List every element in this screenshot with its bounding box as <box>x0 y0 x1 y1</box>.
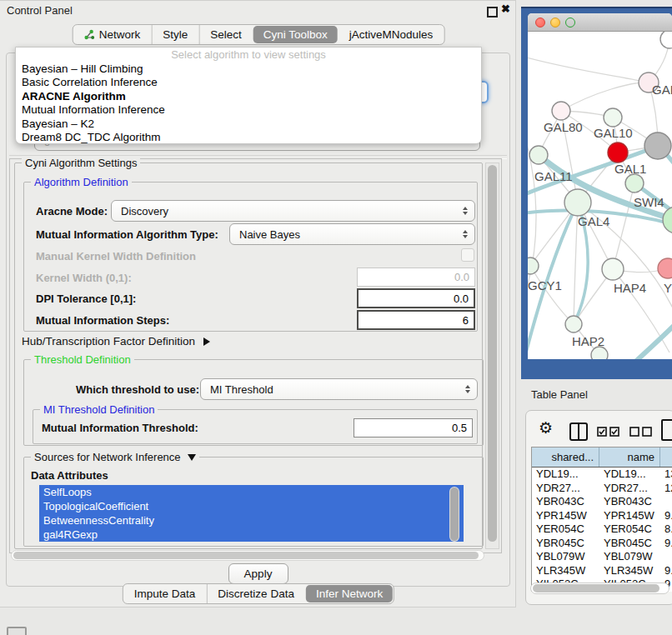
tab-network[interactable]: Network <box>73 25 152 44</box>
table-row[interactable]: YBR045CYBR045C9. <box>532 537 672 551</box>
table-header-row: shared... name <box>532 448 672 468</box>
column-header-clipped[interactable] <box>660 448 672 467</box>
dpi-tolerance-label: DPI Tolerance [0,1]: <box>36 292 136 305</box>
scrollbar-thumb[interactable] <box>13 552 479 559</box>
settings-horizontal-scrollbar[interactable] <box>11 550 484 561</box>
manual-kernel-checkbox[interactable] <box>461 248 474 262</box>
dpi-tolerance-field[interactable]: 0.0 <box>357 288 475 308</box>
tab-network-label: Network <box>99 28 141 41</box>
tab-style[interactable]: Style <box>151 25 198 44</box>
table-row[interactable]: YPR145WYPR145W9. <box>532 509 672 523</box>
algorithm-option-selected[interactable]: ARACNE Algorithm <box>16 90 481 103</box>
node-label: HAP4 <box>614 281 646 295</box>
node-label: GAL1 <box>614 162 646 176</box>
tab-jactivemnodules[interactable]: jActiveMNodules <box>339 25 444 44</box>
sources-group-header[interactable]: Sources for Network Inference <box>31 451 199 463</box>
list-item[interactable]: TopologicalCoefficient <box>39 499 464 513</box>
node-gal10[interactable] <box>604 108 622 127</box>
float-window-icon[interactable] <box>487 7 498 18</box>
mac-minimize-button[interactable] <box>550 18 560 28</box>
document-icon[interactable] <box>661 419 672 441</box>
scrollbar-thumb[interactable] <box>488 165 497 542</box>
chevron-updown-icon <box>465 385 470 393</box>
node-partial-top[interactable] <box>660 32 672 48</box>
tab-impute-data[interactable]: Impute Data <box>123 584 207 603</box>
mac-zoom-button[interactable] <box>565 18 575 28</box>
list-item[interactable]: gal4RGexp <box>39 528 464 542</box>
bottom-tabbar: Impute Data Discretize Data Infer Networ… <box>123 583 394 604</box>
node-gcy1[interactable] <box>528 258 539 274</box>
close-icon[interactable]: ✖ <box>501 2 510 15</box>
node-label: GAL10 <box>594 126 633 140</box>
table-row[interactable]: YLR345WYLR345W9. <box>532 564 672 578</box>
tab-infer-network[interactable]: Infer Network <box>306 585 393 602</box>
column-header-shared-name[interactable]: shared... <box>532 448 599 467</box>
tab-discretize-data[interactable]: Discretize Data <box>206 584 305 603</box>
which-threshold-combo[interactable]: MI Threshold <box>200 378 478 400</box>
network-window-titlebar[interactable] <box>528 13 672 32</box>
kernel-width-field[interactable]: 0.0 <box>357 268 475 287</box>
node-salmon[interactable] <box>658 258 672 278</box>
table-row[interactable]: YDL19...YDL19...13 <box>532 468 672 482</box>
threshold-definition-title: Threshold Definition <box>31 353 134 366</box>
threshold-definition-group: Threshold Definition Which threshold to … <box>23 359 484 446</box>
deselect-all-checkboxes-icon[interactable] <box>629 427 653 437</box>
node-hap4[interactable] <box>602 258 624 280</box>
node-gal1[interactable] <box>625 174 644 192</box>
data-attributes-label: Data Attributes <box>31 469 108 482</box>
algorithm-option[interactable]: Basic Correlation Inference <box>16 76 481 89</box>
node-red-selected[interactable] <box>608 142 628 162</box>
control-panel-title: Control Panel <box>7 4 73 17</box>
table-row[interactable]: YBR043CYBR043C <box>532 495 672 509</box>
algorithm-option[interactable]: Dream8 DC_TDC Algorithm <box>16 131 481 144</box>
mi-threshold-group: MI Threshold Definition Mutual Informati… <box>33 409 478 444</box>
settings-vertical-scrollbar[interactable] <box>485 162 499 549</box>
node-gray[interactable] <box>644 132 671 159</box>
node-partial-bottom[interactable] <box>591 347 608 359</box>
node-label: GAL <box>652 82 672 97</box>
select-all-checkboxes-icon[interactable] <box>597 427 620 437</box>
list-scrollbar[interactable] <box>449 487 459 542</box>
node-gal4[interactable] <box>564 189 591 216</box>
control-panel-tabbar: Network Style Select Cyni Toolbox jActiv… <box>73 24 445 45</box>
table-panel-title: Table Panel <box>531 388 588 401</box>
list-item[interactable]: SelfLoops <box>39 485 464 499</box>
list-item[interactable]: BetweennessCentrality <box>39 513 464 528</box>
scrollbar-thumb[interactable] <box>450 488 459 541</box>
node-hap2[interactable] <box>565 316 582 332</box>
mi-threshold-field[interactable]: 0.5 <box>354 418 473 438</box>
node-gal11[interactable] <box>529 146 548 164</box>
node-gal80[interactable] <box>552 102 570 120</box>
mi-type-label: Mutual Information Algorithm Type: <box>36 228 218 241</box>
apply-button[interactable]: Apply <box>228 563 288 584</box>
mac-close-button[interactable] <box>535 18 545 28</box>
algorithm-definition-title: Algorithm Definition <box>31 176 132 188</box>
minimized-panel-icon[interactable] <box>7 627 27 635</box>
node-label: GAL11 <box>534 169 573 183</box>
hub-definition-toggle[interactable]: Hub/Transcription Factor Definition <box>22 335 210 348</box>
aracne-mode-combo[interactable]: Discovery <box>111 200 475 222</box>
table-row[interactable]: YBL079WYBL079W <box>532 550 672 564</box>
gear-icon[interactable]: ⚙ <box>539 418 553 437</box>
network-canvas[interactable]: GAL GAL80 GAL10 GAL1 GAL11 SWI4 GAL4 GCY… <box>528 32 672 359</box>
tab-select[interactable]: Select <box>198 25 253 44</box>
mi-type-combo[interactable]: Naive Bayes <box>229 223 475 245</box>
column-header-name[interactable]: name <box>599 448 660 467</box>
columns-icon[interactable] <box>569 422 588 441</box>
table-horizontal-scrollbar[interactable] <box>530 582 669 594</box>
table-row[interactable]: YDR27...YDR27...12 <box>532 482 672 496</box>
algorithm-option[interactable]: Bayesian – K2 <box>16 118 481 131</box>
algorithm-option[interactable]: Mutual Information Inference <box>16 103 481 117</box>
tab-cyni-toolbox[interactable]: Cyni Toolbox <box>253 26 338 43</box>
table-row[interactable]: YER054CYER054C8. <box>532 522 672 537</box>
which-threshold-label: Which threshold to use: <box>76 383 199 396</box>
node-swi4[interactable] <box>663 207 672 233</box>
sources-group: Sources for Network Inference Data Attri… <box>23 457 484 547</box>
mi-steps-label: Mutual Information Steps: <box>36 314 169 327</box>
mi-steps-field[interactable]: 6 <box>357 310 475 330</box>
scrollbar-thumb[interactable] <box>533 584 659 592</box>
algorithm-option[interactable]: Bayesian – Hill Climbing <box>16 62 481 76</box>
node-label: HAP2 <box>572 334 604 348</box>
popup-hint: Select algorithm to view settings <box>16 48 481 62</box>
screen: Control Panel ✖ Network Style Select Cyn… <box>0 0 672 635</box>
